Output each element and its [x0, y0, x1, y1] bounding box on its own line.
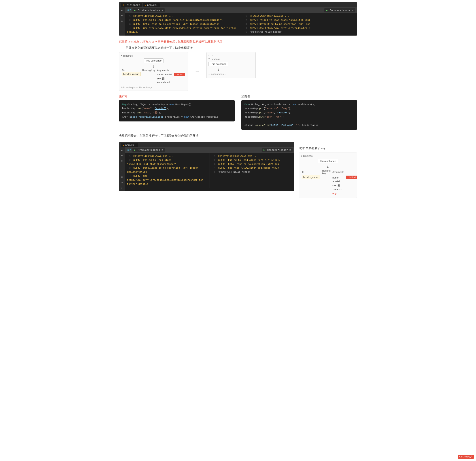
section1-text: 然后将 x-match：all 改为 any 再来看看效果，这里预期是 队列是可…: [119, 40, 357, 44]
bottom-console-left-line3: 4 SLF4J: See http://www.slf4j.org/codes.…: [127, 174, 207, 186]
table-row: header_queue name: abcdefsex: 囲x-match: …: [301, 175, 357, 196]
any-arrow-down: ⇓: [301, 165, 355, 169]
bottom-console-left: 1 E:\java\jdk\bin\java.exe ... 2 SLF4J: …: [125, 153, 210, 188]
any-this-exchange: This exchange: [318, 159, 338, 163]
bottom-ide-console: 1 E:\java\jdk\bin\java.exe ... 2 SLF4J: …: [125, 153, 294, 188]
console-right-line3: 4 SLF4J: See http://www.slf4j.org/codes.…: [243, 26, 355, 30]
arrow-right: →: [195, 69, 200, 75]
bottom-console-left-line2: 3 SLF4J: Defaulting to no-operation (NOP…: [127, 166, 207, 174]
bottom-consumer-tab-icon: ▶: [264, 149, 265, 151]
xml-icon: ▸: [145, 4, 146, 7]
section4-text: 此时 关系变成了 any: [299, 146, 357, 150]
console-right: 1 E:\java\jdk\bin\java.exe ... 2 SLF4J: …: [241, 13, 357, 35]
bottom-sidebar-more-icon[interactable]: …: [120, 164, 124, 169]
prod-line1: Map<String, Object> headerMap = new Hash…: [122, 102, 231, 107]
args-any: name: abcdefsex: 囲x-match: any: [332, 176, 342, 195]
any-col-routing: Routing key: [321, 169, 332, 175]
sidebar-build-icon[interactable]: ⚙: [120, 19, 124, 23]
dots-placeholder: · · · ·: [208, 54, 229, 57]
consumer-run-tab[interactable]: ▶ ConsumerHeader ×: [324, 8, 355, 12]
col-to: To: [121, 68, 141, 72]
before-this-exchange: This exchange: [144, 58, 164, 63]
binding-after-title: ▾ Bindings: [208, 58, 229, 60]
after-arrow-down: ⇓: [208, 68, 229, 72]
sidebar-more-icon[interactable]: …: [120, 24, 124, 29]
bottom-sidebar-extra1[interactable]: ↕: [120, 170, 124, 174]
bottom-sidebar-extra3[interactable]: ⊡: [120, 180, 124, 185]
bottom-sidebar-run-icon[interactable]: ▶: [120, 148, 124, 153]
console-right-line2: 3 SLF4J: Defaulting to no-operation (NOP…: [243, 22, 355, 26]
bottom-sidebar-build-icon[interactable]: ⚙: [120, 159, 124, 163]
args-before: name: abcdefsex: 囲x-match: all: [157, 73, 172, 84]
sidebar-run-icon[interactable]: ▶: [120, 8, 124, 13]
bottom-sidebar-extra2[interactable]: ≡: [120, 175, 124, 179]
queue-cell-any: header_queue: [302, 175, 320, 179]
cons-line1: Map<String, Object> headerMap = new Hash…: [245, 102, 354, 107]
consumer-tab-icon: ▶: [326, 9, 328, 12]
console-right-line4: 5 接收到消息: hello_header: [243, 30, 355, 34]
bottom-ide-sidebar: ▶ ■ ⚙ … ↕ ≡ ⊡ ℹ: [119, 147, 125, 191]
bottom-ide: ▸ pom.xml ▶ ■ ⚙ … ↕ ≡ ⊡ ℹ Run: [119, 142, 294, 191]
bottom-producer-tab-icon: ▶: [134, 149, 136, 151]
after-this-exchange: This exchange: [208, 62, 229, 66]
ide-sidebar-left: ▶ ■ ⚙ …: [119, 7, 125, 35]
cons-line3: headerMap.put("name", "abcdef");: [245, 111, 354, 115]
bottom-sidebar-stop-icon[interactable]: ■: [120, 154, 124, 158]
prod-line3: headerMap.put("sex", "囲");: [122, 111, 231, 115]
console-left: 1 E:\java\jdk\bin\java.exe ... 2 SLF4J: …: [125, 13, 241, 35]
console-left-line3: 4 SLF4J: See http://www.slf4j.org/codes.…: [127, 26, 239, 34]
toggle-after-icon[interactable]: ▾: [208, 58, 210, 60]
consumer-col: 消费者 Map<String, Object> headerMap = new …: [241, 94, 357, 130]
bottom-ide-file-tabs: ▸ pom.xml: [119, 142, 294, 147]
binding-any-title: ▾ Bindings: [301, 154, 355, 157]
bottom-right-panel: 此时 关系变成了 any ▾ Bindings This exchange ⇓ …: [299, 142, 357, 198]
any-binding-table: To Routing key Arguments header_queue na…: [301, 169, 357, 196]
section3-text: 先重启消费者，在重启 生产者，可以看到的确符合我们的预期: [119, 134, 357, 138]
binding-before-title: ▾ Bindings: [121, 54, 186, 57]
bottom-consumer-run-tab[interactable]: ▶ ConsumerHeader ×: [262, 148, 293, 152]
prod-line2: headerMap.put("name", "abcdef");: [122, 106, 231, 111]
consumer-code-block: Map<String, Object> headerMap = new Hash…: [241, 100, 357, 130]
prod-line4: AMQP.BasicProperties.Builder properties …: [122, 115, 231, 119]
bottom-console-right-line3: 4 SLF4J: See http://www.slf4j.org/codes.…: [212, 166, 292, 170]
producer-col: 生产者 Map<String, Object> headerMap = new …: [119, 94, 235, 130]
add-binding-hint: Add binding from this exchange: [121, 86, 186, 89]
prod-cons-section: 生产者 Map<String, Object> headerMap = new …: [119, 94, 357, 130]
bottom-pom-tab[interactable]: ▸ pom.xml: [121, 143, 138, 147]
bottom-producer-run-tab[interactable]: ▶ ProducerHeaders ×: [132, 148, 165, 152]
gitignore-tab[interactable]: ⊙ .gitignore: [121, 3, 142, 7]
top-ide-panel: ⊙ .gitignore ▸ pom.xml ▶ ■ ⚙ … Run: [119, 2, 357, 35]
bottom-console-right-line4: 5 接收到消息: hello_header: [212, 170, 292, 174]
producer-run-tab[interactable]: ▶ ProducerHeaders ×: [132, 8, 165, 12]
consumer-label: 消费者: [241, 94, 357, 98]
cons-line6: channel.queueBind(QUEUE, EXCHANGE, "", h…: [245, 123, 354, 128]
before-arrow-down: ⇓: [121, 65, 186, 68]
binding-after-box: · · · · ▾ Bindings This exchange ⇓ ... n…: [206, 52, 256, 78]
console-right-line1: 2 SLF4J: Failed to load class "org.slf4j…: [243, 18, 355, 22]
before-binding-table: To Routing key Arguments header_queue na…: [121, 68, 186, 85]
bottom-console-right-line2: 3 SLF4J: Defaulting to no-operation (NOP…: [212, 162, 292, 166]
sidebar-stop-icon[interactable]: ■: [120, 13, 124, 18]
bottom-console-right: 1 E:\java\jdk\bin\java.exe ... 2 SLF4J: …: [210, 153, 295, 188]
console-left-header: 1 E:\java\jdk\bin\java.exe ...: [127, 14, 239, 18]
no-bindings-text: ... no bindings ...: [208, 72, 229, 76]
console-left-line1: 2 SLF4J: Failed to load class "org.slf4j…: [127, 18, 239, 22]
gitignore-icon: ⊙: [123, 4, 124, 7]
producer-code-block: Map<String, Object> headerMap = new Hash…: [119, 100, 235, 121]
toggle-any-icon[interactable]: ▾: [301, 154, 302, 157]
col-routing: Routing key: [141, 68, 156, 72]
unbind-button-any[interactable]: Unbind: [346, 176, 357, 179]
producer-tab-icon: ▶: [134, 9, 136, 12]
pom-tab[interactable]: ▸ pom.xml: [143, 3, 160, 7]
bottom-section: ▸ pom.xml ▶ ■ ⚙ … ↕ ≡ ⊡ ℹ Run: [119, 142, 357, 198]
section2-text: 另外在此之前我们需要先来解绑一下，防止出现逻增: [126, 46, 357, 50]
unbind-button-before[interactable]: Unbind: [174, 73, 185, 76]
cons-line2: headerMap.put("x-match", "any");: [245, 106, 354, 111]
toggle-before-icon[interactable]: ▾: [121, 54, 122, 57]
console-right-header: 1 E:\java\jdk\bin\java.exe ...: [243, 14, 355, 18]
top-ide: ⊙ .gitignore ▸ pom.xml ▶ ■ ⚙ … Run: [119, 2, 357, 35]
any-col-args: Arguments: [332, 169, 345, 175]
table-row: header_queue name: abcdefsex: 囲x-match: …: [121, 72, 186, 85]
bottom-console-left-line1: 2 SLF4J: Failed to load class "org.slf4j…: [127, 158, 207, 166]
bottom-sidebar-extra4[interactable]: ℹ: [120, 186, 124, 190]
